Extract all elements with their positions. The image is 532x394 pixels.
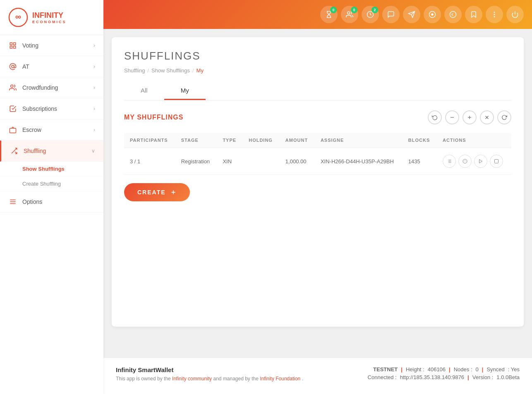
sidebar-nav: Voting › AT › xyxy=(0,35,103,394)
minus-button[interactable] xyxy=(445,110,459,124)
svg-point-7 xyxy=(11,85,13,87)
nodes-value: 0 xyxy=(476,366,479,373)
top-header: 0 0 2 xyxy=(103,0,532,29)
sidebar-item-escrow-label: Escrow xyxy=(22,127,93,133)
footer: Infinity SmartWallet This app is owned b… xyxy=(103,358,532,394)
sidebar-item-crowdfunding[interactable]: Crowdfunding › xyxy=(0,77,103,98)
svg-point-6 xyxy=(12,65,14,68)
sidebar-item-voting[interactable]: Voting › xyxy=(0,35,103,56)
tab-all[interactable]: All xyxy=(124,82,164,100)
breadcrumb-my[interactable]: My xyxy=(197,67,204,74)
power-button[interactable] xyxy=(506,6,524,23)
plus-button[interactable] xyxy=(463,110,477,124)
logo-icon: ∞ xyxy=(8,7,28,27)
options-icon xyxy=(8,197,17,206)
svg-rect-5 xyxy=(14,46,16,48)
connected-value: http://185.35.138.140:9876 xyxy=(400,374,464,380)
main-area: 0 0 2 xyxy=(103,0,532,394)
create-button-label: CREATE xyxy=(137,189,166,196)
col-stage: STAGE xyxy=(175,133,217,148)
history-button[interactable] xyxy=(428,110,442,124)
footer-foundation-link[interactable]: Infinity Foundation xyxy=(260,376,300,382)
sidebar-subitem-show-shufflings[interactable]: Show Shufflings xyxy=(0,162,103,177)
breadcrumb-shuffling[interactable]: Shuffling xyxy=(124,67,145,74)
chat-button[interactable] xyxy=(382,6,400,23)
table-row: 3 / 1 Registration XIN 1,000.00 XIN-H266… xyxy=(124,148,511,175)
col-holding: HOLDING xyxy=(243,133,280,148)
svg-point-25 xyxy=(494,12,495,13)
more-button[interactable] xyxy=(486,6,503,23)
footer-description: This app is owned by the Infinity commun… xyxy=(116,376,303,382)
version-label: Version : xyxy=(472,374,494,380)
cell-stage: Registration xyxy=(175,148,217,175)
voting-icon xyxy=(8,41,17,50)
hourglass-button[interactable]: 0 xyxy=(320,6,338,23)
logo-sub-text: ECONOMICS xyxy=(32,20,67,24)
breadcrumb-show-shufflings[interactable]: Show Shufflings xyxy=(151,67,190,74)
row-play-button[interactable] xyxy=(474,155,487,168)
row-info-button[interactable] xyxy=(458,155,472,168)
crowdfunding-arrow-icon: › xyxy=(93,85,95,91)
breadcrumb: Shuffling / Show Shufflings / My xyxy=(124,67,511,74)
plus-create-icon xyxy=(170,189,177,196)
shufflings-table: PARTICIPANTS STAGE TYPE HOLDING AMOUNT A… xyxy=(124,133,511,175)
col-actions: ACTIONS xyxy=(437,133,511,148)
logo: ∞ INFINITY ECONOMICS xyxy=(0,0,103,35)
sidebar-item-escrow[interactable]: Escrow › xyxy=(0,119,103,141)
send-button[interactable] xyxy=(403,6,420,23)
page-card: SHUFFLINGS Shuffling / Show Shufflings /… xyxy=(112,37,524,327)
action-icons xyxy=(428,110,511,124)
main-content: SHUFFLINGS Shuffling / Show Shufflings /… xyxy=(103,29,532,358)
asterisk-button[interactable] xyxy=(424,6,441,23)
svg-rect-3 xyxy=(14,43,16,45)
footer-community-link[interactable]: Infinity community xyxy=(172,376,212,382)
height-value: 406106 xyxy=(428,366,446,373)
svg-rect-8 xyxy=(10,128,16,133)
sidebar-subitem-create-shuffling[interactable]: Create Shuffling xyxy=(0,177,103,191)
sidebar-item-at[interactable]: AT › xyxy=(0,56,103,77)
footer-stat-row-1: TESTNET | Height : 406106 | Nodes : 0 | … xyxy=(368,366,520,373)
footer-stats: TESTNET | Height : 406106 | Nodes : 0 | … xyxy=(368,366,520,380)
cell-amount: 1,000.00 xyxy=(280,148,315,175)
cell-blocks: 1435 xyxy=(403,148,437,175)
row-stop-button[interactable] xyxy=(490,155,503,168)
clock-button[interactable]: 2 xyxy=(362,6,379,23)
bookmark-button[interactable] xyxy=(465,6,482,23)
create-button[interactable]: CREATE xyxy=(124,183,190,201)
section-header: MY SHUFFLINGS xyxy=(124,110,511,124)
section-title: MY SHUFFLINGS xyxy=(124,114,183,121)
svg-text:€: € xyxy=(451,13,453,17)
subscriptions-arrow-icon: › xyxy=(93,106,95,112)
crowdfunding-icon xyxy=(8,83,17,92)
tabs: All My xyxy=(124,82,511,100)
tab-my[interactable]: My xyxy=(164,82,206,100)
sidebar-item-shuffling[interactable]: Shuffling ∨ xyxy=(0,141,103,162)
euro-button[interactable]: € xyxy=(444,6,462,23)
sidebar: ∞ INFINITY ECONOMICS Voting › xyxy=(0,0,103,394)
svg-point-27 xyxy=(494,17,495,17)
table-header: PARTICIPANTS STAGE TYPE HOLDING AMOUNT A… xyxy=(124,133,511,148)
close-button[interactable] xyxy=(480,110,494,124)
escrow-arrow-icon: › xyxy=(93,127,95,133)
connected-label: Connected : xyxy=(368,374,397,380)
refresh-button[interactable] xyxy=(497,110,511,124)
cell-holding xyxy=(243,148,280,175)
svg-marker-43 xyxy=(479,160,482,163)
sidebar-item-subscriptions-label: Subscriptions xyxy=(22,105,93,112)
svg-point-26 xyxy=(494,14,495,15)
clock-badge: 2 xyxy=(371,7,378,13)
breadcrumb-sep-1: / xyxy=(147,67,149,74)
svg-rect-44 xyxy=(495,160,498,163)
row-list-button[interactable] xyxy=(443,155,456,168)
hourglass-badge: 0 xyxy=(330,7,337,13)
sidebar-item-options[interactable]: Options xyxy=(0,191,103,213)
escrow-icon xyxy=(8,125,17,134)
users-button[interactable]: 0 xyxy=(341,6,358,23)
page-title: SHUFFLINGS xyxy=(124,50,511,62)
sidebar-item-subscriptions[interactable]: Subscriptions › xyxy=(0,98,103,119)
row-action-group xyxy=(443,155,506,168)
table-body: 3 / 1 Registration XIN 1,000.00 XIN-H266… xyxy=(124,148,511,175)
cell-participants: 3 / 1 xyxy=(124,148,175,175)
footer-stat-row-2: Connected : http://185.35.138.140:9876 |… xyxy=(368,374,520,380)
col-type: TYPE xyxy=(217,133,243,148)
